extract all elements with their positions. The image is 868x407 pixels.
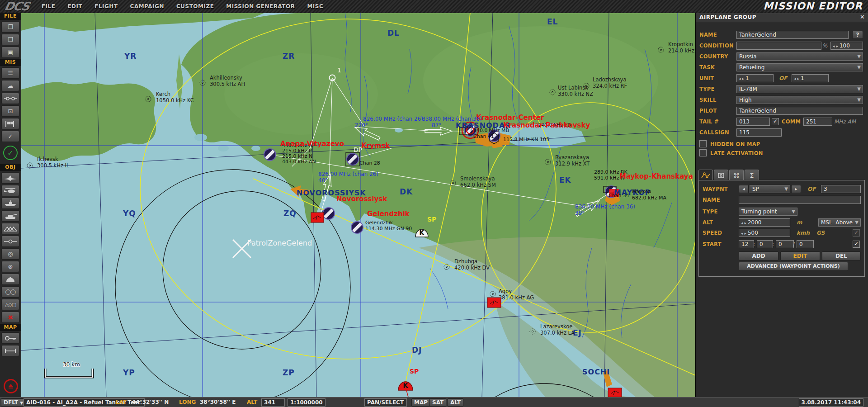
of-label: OF	[779, 75, 787, 81]
tab-summary[interactable]: Σ	[745, 170, 759, 180]
helicopter-icon	[4, 188, 17, 194]
weather-button[interactable]: ☁	[1, 80, 19, 91]
panel-title: AIRPLANE GROUP	[699, 14, 756, 20]
advanced-actions-button[interactable]: ADVANCED (WAYPOINT ACTIONS)	[739, 262, 848, 271]
summary-button[interactable]: ✓	[1, 131, 19, 142]
type-dropdown[interactable]: IL-78M▼	[736, 85, 863, 93]
country-dropdown[interactable]: Russia▼	[736, 52, 863, 61]
condition-unit: %	[822, 43, 827, 49]
sat-layer-button[interactable]: SAT	[429, 398, 446, 407]
pilot-input[interactable]: TankerGelend	[736, 107, 863, 115]
key-icon	[5, 336, 16, 341]
ndb-name: Kropotkin	[668, 41, 693, 47]
condition-spinner[interactable]: ◂ ▸100	[830, 42, 863, 50]
node-link-icon	[4, 96, 17, 101]
condition-input[interactable]	[736, 42, 821, 50]
airfield-label: Gelendzhik	[367, 210, 410, 218]
profile-dropdown[interactable]: DFLT ▼	[1, 398, 26, 407]
waypoint-next-button[interactable]: ▸	[791, 185, 801, 193]
alt-value-box: 341	[261, 398, 285, 407]
ndb-name: Ladozhskaya	[593, 76, 626, 83]
waypoint-select-dropdown[interactable]: SP▼	[750, 185, 790, 193]
edit-waypoint-button[interactable]: EDIT	[780, 251, 820, 260]
group-name-input[interactable]: TankerGelend	[736, 31, 849, 39]
mission-options-button[interactable]: ⊡	[1, 105, 19, 117]
waypoint-tabs: ⌘ Σ	[698, 170, 759, 180]
hidden-on-map-label: HIDDEN ON MAP	[710, 141, 760, 147]
tab-route[interactable]	[698, 170, 713, 180]
menu-campaign[interactable]: CAMPAIGN	[130, 3, 164, 9]
menu-misc[interactable]: MISC	[307, 3, 323, 9]
add-helicopter-button[interactable]	[1, 185, 19, 196]
chevron-down-icon: ▼	[784, 185, 788, 193]
exit-button[interactable]	[4, 379, 18, 393]
ndb-freq: 307.0 kHz LA	[540, 330, 575, 336]
late-activation-checkbox[interactable]	[699, 149, 707, 156]
speed-spinner[interactable]: ◂ ▸500	[739, 229, 790, 237]
datetime-box: 3.08.2017 11:43:04	[799, 398, 863, 407]
start-hour-input[interactable]: 12	[739, 240, 754, 248]
add-trigger-zone-button[interactable]: ◎	[1, 248, 19, 260]
menu-flight[interactable]: FLIGHT	[94, 3, 118, 9]
close-icon[interactable]: ✕	[860, 14, 865, 20]
airport-info: 682.0 kHz MA	[632, 195, 666, 201]
start-min-input[interactable]: 0	[757, 240, 773, 248]
start-checkbox[interactable]: ✓	[853, 241, 860, 248]
goals-button[interactable]	[1, 118, 19, 129]
add-ship-button[interactable]	[1, 198, 19, 209]
task-dropdown[interactable]: Refueling▼	[736, 63, 863, 71]
waypoint-type-dropdown[interactable]: Turning point▼	[739, 208, 797, 216]
triggers-button[interactable]	[1, 93, 19, 104]
validate-mission-button[interactable]: ✓	[3, 146, 18, 160]
map-layer-button[interactable]: MAP	[411, 398, 430, 407]
ship-icon	[4, 200, 17, 207]
waypoint-name-input[interactable]	[739, 196, 861, 204]
comm-checkbox[interactable]: ✓	[772, 118, 779, 125]
callsign-input[interactable]: 115	[736, 128, 782, 137]
map-canvas: 1 YR ZR DL EL YQ ZQ DK EK YP ZP DJ EJ	[21, 13, 695, 397]
ndb-name: Ust-Labinsk	[558, 85, 588, 91]
skill-dropdown[interactable]: High▼	[736, 96, 863, 104]
menu-file[interactable]: FILE	[42, 3, 56, 9]
unit-of-spinner[interactable]: ◂ ▸1	[792, 74, 829, 82]
hidden-on-map-checkbox[interactable]	[699, 140, 707, 147]
start-sec-input[interactable]: 0	[776, 240, 794, 248]
alt-layer-button[interactable]: ALT	[448, 398, 463, 407]
map-viewport[interactable]: 1 YR ZR DL EL YQ ZQ DK EK YP ZP DJ EJ	[21, 13, 695, 397]
add-airplane-button[interactable]	[1, 172, 19, 184]
delete-waypoint-button[interactable]: DEL	[822, 251, 861, 260]
alt-spinner[interactable]: ◂ ▸2000	[739, 218, 790, 227]
add-route-point-button[interactable]	[1, 236, 19, 247]
templates-button[interactable]: ◯◯	[1, 286, 19, 298]
remove-zone-button[interactable]: ⊗	[1, 261, 19, 272]
ruler-button[interactable]	[1, 345, 19, 356]
bullseye-button[interactable]	[1, 274, 19, 285]
delete-object-button[interactable]: ✖	[1, 312, 19, 323]
toolbar-section-obj: OBJ	[0, 164, 21, 171]
save-mission-button[interactable]: ▣	[1, 47, 19, 58]
menu-mission-generator[interactable]: MISSION GENERATOR	[226, 3, 295, 9]
tab-systems[interactable]: ⌘	[729, 170, 744, 180]
speed-lock-checkbox[interactable]: ✓	[853, 229, 860, 237]
add-static-button[interactable]	[1, 223, 19, 234]
eject-icon	[9, 384, 13, 387]
unit-list-button[interactable]: △◇□	[1, 299, 19, 310]
open-mission-button[interactable]: ❒	[1, 34, 19, 45]
add-waypoint-button[interactable]: ADD	[739, 251, 778, 260]
chevron-down-icon: ▼	[855, 219, 859, 226]
add-vehicle-button[interactable]	[1, 210, 19, 222]
tab-loadout[interactable]	[714, 170, 728, 180]
unit-count-spinner[interactable]: ◂ ▸1	[736, 74, 774, 82]
briefing-button[interactable]: ☰	[1, 67, 19, 79]
map-key-button[interactable]	[1, 332, 19, 344]
menu-edit[interactable]: EDIT	[67, 3, 82, 9]
alt-ref-dropdown[interactable]: MSL Above▼	[818, 218, 861, 227]
menu-customize[interactable]: CUSTOMIZE	[176, 3, 214, 9]
help-button[interactable]: ?	[852, 31, 863, 39]
tail-input[interactable]: 013	[736, 118, 770, 126]
comm-freq-input[interactable]: 251	[803, 118, 832, 126]
late-activation-label: LATE ACTIVATION	[710, 150, 763, 156]
waypoint-prev-button[interactable]: ◂	[739, 185, 749, 193]
start-day-input[interactable]: 0	[797, 240, 814, 248]
new-mission-button[interactable]: ❐	[1, 21, 19, 33]
